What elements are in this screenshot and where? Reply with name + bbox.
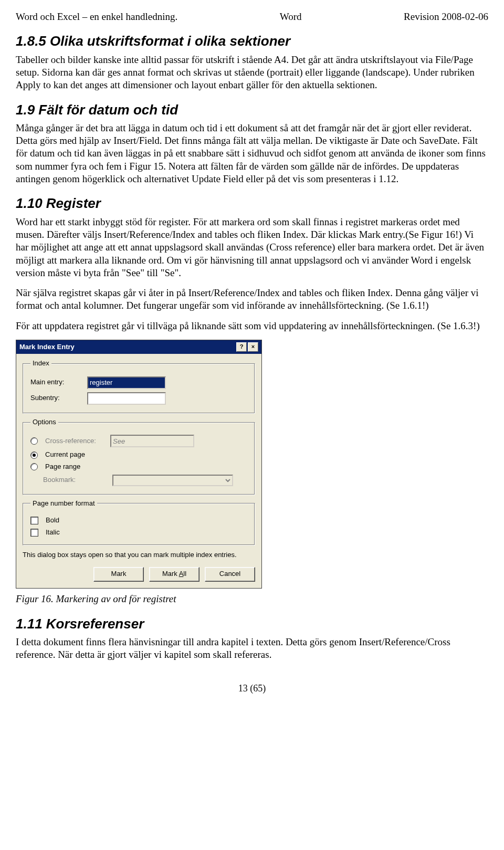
bold-label: Bold [46,516,59,525]
italic-checkbox[interactable] [30,529,38,537]
paragraph: För att uppdatera registret går vi tillv… [16,320,488,332]
dialog-title: Mark Index Entry [19,343,75,352]
page-range-radio[interactable] [30,463,38,470]
paragraph: Word har ett starkt inbyggt stöd för reg… [16,216,488,280]
heading-1-11: 1.11 Korsreferenser [16,615,488,633]
index-group: Index Main entry: Subentry: [23,359,255,414]
cross-reference-radio[interactable] [30,437,38,445]
dialog-info-text: This dialog box stays open so that you c… [23,551,255,560]
paragraph: Tabeller och bilder kanske inte alltid p… [16,54,488,92]
dialog-titlebar[interactable]: Mark Index Entry ? × [16,340,261,354]
paragraph: I detta dokument finns flera hänvisninga… [16,636,488,662]
mark-index-entry-dialog: Mark Index Entry ? × Index Main entry: S… [16,340,262,589]
paragraph: När själva registret skapas går vi åter … [16,287,488,312]
page-number: 13 (65) [16,683,488,695]
heading-1-8-5: 1.8.5 Olika utskriftsformat i olika sekt… [16,33,488,50]
bookmark-label: Bookmark: [30,476,108,485]
italic-label: Italic [46,528,60,537]
header-right: Revision 2008-02-06 [404,11,488,23]
mark-all-button[interactable]: Mark All [149,567,200,582]
paragraph: Många gånger är det bra att lägga in dat… [16,122,488,186]
subentry-label: Subentry: [30,394,83,403]
current-page-radio[interactable] [30,452,38,459]
header-left: Word och Excel – en enkel handledning. [16,11,177,23]
current-page-label: Current page [45,450,85,459]
heading-1-9: 1.9 Fält för datum och tid [16,101,488,119]
bold-checkbox[interactable] [30,517,38,524]
index-legend: Index [30,359,51,368]
figure-caption: Figur 16. Markering av ord för registret [16,593,488,605]
close-button[interactable]: × [248,342,258,352]
titlebar-buttons: ? × [236,342,258,352]
mark-button[interactable]: Mark [93,567,144,582]
page-range-label: Page range [45,463,80,471]
dialog-body: Index Main entry: Subentry: Options Cros… [16,354,261,588]
bookmark-select[interactable] [112,475,233,486]
page-format-legend: Page number format [30,499,97,508]
cross-reference-label: Cross-reference: [45,437,106,446]
help-button[interactable]: ? [236,342,247,352]
page-number-format-group: Page number format Bold Italic [23,499,255,546]
subentry-input[interactable] [87,392,166,405]
header-center: Word [280,11,302,23]
main-entry-label: Main entry: [30,378,83,387]
dialog-button-row: Mark Mark All Cancel [23,567,255,582]
cross-reference-input[interactable] [110,435,194,447]
main-entry-input[interactable] [87,376,166,389]
heading-1-10: 1.10 Register [16,195,488,212]
page-header: Word och Excel – en enkel handledning. W… [16,11,488,23]
cancel-button[interactable]: Cancel [205,567,255,582]
options-legend: Options [30,418,58,427]
options-group: Options Cross-reference: Current page Pa… [23,418,255,495]
